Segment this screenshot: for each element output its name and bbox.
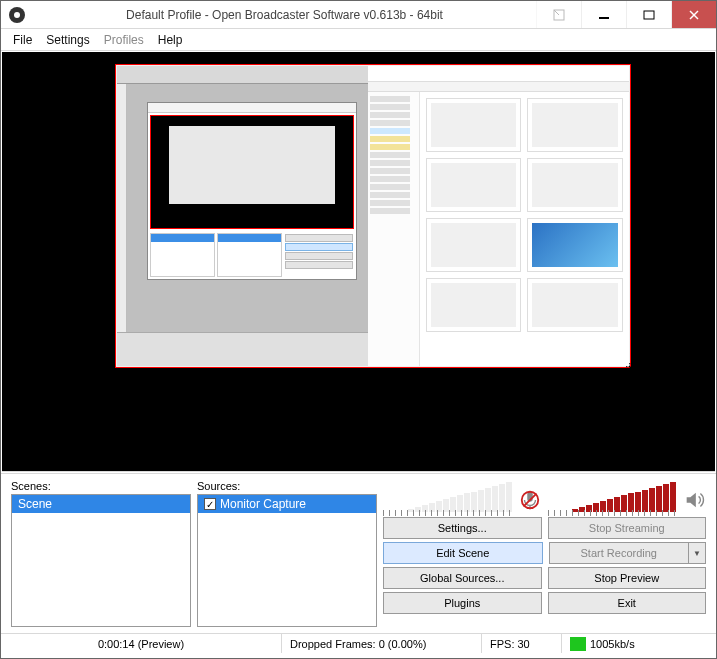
bottom-panel: Scenes: Scene Sources: ✓ Monitor Capture (1, 473, 716, 653)
help-button[interactable] (536, 1, 581, 28)
audio-meters (383, 480, 706, 514)
window-title: Default Profile - Open Broadcaster Softw… (33, 8, 536, 22)
status-time: 0:00:14 (Preview) (1, 634, 281, 653)
menubar: File Settings Profiles Help (1, 29, 716, 51)
edit-scene-button[interactable]: Edit Scene (383, 542, 543, 564)
sources-listbox[interactable]: ✓ Monitor Capture (197, 494, 377, 627)
preview-frame[interactable] (115, 64, 631, 368)
plugins-button[interactable]: Plugins (383, 592, 542, 614)
captured-desktop (117, 66, 629, 366)
settings-button[interactable]: Settings... (383, 517, 542, 539)
speaker-icon[interactable] (682, 488, 706, 512)
menu-settings[interactable]: Settings (40, 31, 95, 49)
close-button[interactable] (671, 1, 716, 28)
speaker-meter[interactable] (548, 480, 677, 512)
svg-line-3 (554, 10, 559, 15)
minimize-button[interactable] (581, 1, 626, 28)
menu-help[interactable]: Help (152, 31, 189, 49)
source-name: Monitor Capture (220, 497, 306, 511)
bitrate-indicator-icon (570, 637, 586, 651)
stop-streaming-button[interactable]: Stop Streaming (548, 517, 707, 539)
scenes-listbox[interactable]: Scene (11, 494, 191, 627)
sources-label: Sources: (197, 480, 377, 492)
app-window: Default Profile - Open Broadcaster Softw… (0, 0, 717, 659)
source-checkbox[interactable]: ✓ (204, 498, 216, 510)
titlebar[interactable]: Default Profile - Open Broadcaster Softw… (1, 1, 716, 29)
scene-row[interactable]: Scene (12, 495, 190, 513)
app-icon (7, 5, 27, 25)
exit-button[interactable]: Exit (548, 592, 707, 614)
menu-file[interactable]: File (7, 31, 38, 49)
status-bar: 0:00:14 (Preview) Dropped Frames: 0 (0.0… (1, 633, 716, 653)
global-sources-button[interactable]: Global Sources... (383, 567, 542, 589)
menu-profiles[interactable]: Profiles (98, 31, 150, 49)
mic-icon[interactable] (518, 488, 542, 512)
start-recording-dropdown[interactable]: ▼ (688, 542, 706, 564)
maximize-button[interactable] (626, 1, 671, 28)
scenes-label: Scenes: (11, 480, 191, 492)
start-recording-button[interactable]: Start Recording (549, 542, 689, 564)
mic-meter[interactable] (383, 480, 512, 512)
svg-point-1 (14, 12, 20, 18)
preview-area[interactable] (2, 52, 715, 472)
status-bitrate: 1005kb/s (561, 634, 716, 653)
scene-name: Scene (18, 497, 52, 511)
svg-rect-5 (644, 11, 654, 19)
bitrate-value: 1005kb/s (590, 638, 635, 650)
stop-preview-button[interactable]: Stop Preview (548, 567, 707, 589)
source-row[interactable]: ✓ Monitor Capture (198, 495, 376, 513)
status-fps: FPS: 30 (481, 634, 561, 653)
status-dropped: Dropped Frames: 0 (0.00%) (281, 634, 481, 653)
nested-obs-window (147, 102, 357, 280)
